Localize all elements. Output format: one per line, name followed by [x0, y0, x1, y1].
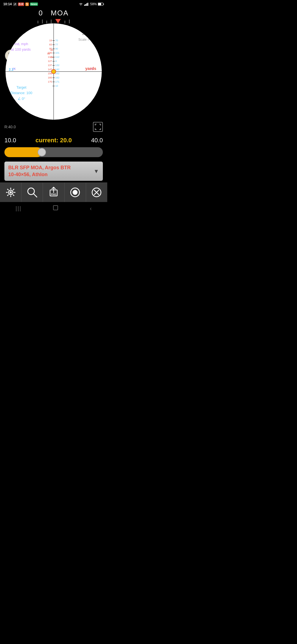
tick-6: [69, 20, 70, 23]
slider-thumb[interactable]: [38, 148, 46, 156]
record-icon: [69, 187, 81, 198]
svg-rect-27: [53, 206, 58, 210]
moa-unit: MOA: [51, 9, 68, 17]
status-left: 10:14 ↗ B·R S News: [3, 2, 38, 6]
png-icon: PNG: [48, 187, 59, 198]
below-scope: R:40.0: [0, 120, 107, 135]
mag-current: current: 20.0: [35, 137, 72, 144]
fullscreen-button[interactable]: [93, 122, 103, 132]
r-value: R:40.0: [4, 125, 16, 129]
scope-magnification: 20.0x Scale = 2.00: [78, 29, 97, 42]
notif-icon-arrow: ↗: [13, 2, 17, 6]
fullscreen-icon: [95, 124, 101, 130]
dropdown-arrow-icon: ▼: [94, 168, 99, 174]
slider-fill: [4, 147, 42, 157]
close-icon: [91, 187, 102, 198]
reticle-dot: [51, 69, 56, 74]
wind-label: Wind, mph at 100 yards: [11, 41, 31, 52]
signal-icon: [84, 2, 89, 6]
svg-text:PNG: PNG: [51, 193, 56, 196]
nav-back[interactable]: ‹: [90, 205, 92, 212]
scope-wrapper: 926 3.2 20.0x Scale = 2.00 Wind, mph at …: [0, 23, 107, 120]
search-button[interactable]: [21, 183, 43, 202]
status-time: 10:14: [3, 2, 12, 6]
moa-value: 0: [38, 9, 43, 17]
yards-label: yards: [85, 66, 96, 71]
scale-value: Scale = 2.00: [78, 37, 97, 42]
svg-rect-0: [84, 5, 85, 6]
tick-2: [42, 20, 43, 23]
mag-value: 20.0x: [78, 29, 97, 37]
nav-bar: ||| ‹: [0, 202, 107, 216]
target-info: Target Distance: 100 ∠ 0°: [10, 85, 32, 102]
svg-rect-5: [98, 3, 101, 5]
svg-point-8: [10, 191, 12, 193]
reticle-name: BLR SFP MOA, Argos BTR 10-40×56, Athlon: [8, 164, 71, 178]
svg-line-18: [34, 194, 37, 197]
ruler-row: [0, 17, 107, 23]
ruler-arrow: [55, 19, 61, 23]
toolbar: PNG: [0, 182, 107, 202]
nav-menu[interactable]: |||: [16, 205, 22, 212]
status-right: 58%: [79, 2, 104, 6]
battery-level: 58%: [90, 2, 97, 6]
nav-home[interactable]: [53, 205, 59, 212]
status-bar: 10:14 ↗ B·R S News 58%: [0, 0, 107, 8]
mag-max: 40.0: [91, 137, 103, 144]
settings-button[interactable]: [0, 183, 21, 202]
svg-rect-3: [87, 3, 88, 6]
tick-4: [51, 20, 51, 23]
slider-track[interactable]: [4, 147, 103, 157]
tick-3: [46, 21, 47, 23]
svg-line-13: [7, 189, 9, 190]
svg-line-16: [7, 195, 9, 196]
slider-container: [0, 146, 107, 160]
tick-1: [38, 21, 38, 23]
reticle-selector[interactable]: BLR SFP MOA, Argos BTR 10-40×56, Athlon …: [4, 162, 103, 181]
mag-min: 10.0: [4, 137, 16, 144]
scope-circle[interactable]: 20.0x Scale = 2.00 Wind, mph at 100 yard…: [6, 23, 102, 120]
svg-rect-2: [86, 3, 87, 6]
mag-range: 10.0 current: 20.0 40.0: [0, 135, 107, 146]
tick-5: [65, 21, 65, 23]
svg-line-14: [13, 195, 14, 196]
moa-header: 0 MOA: [0, 8, 107, 17]
svg-line-15: [13, 189, 14, 190]
search-icon: [26, 187, 38, 198]
notif-icon-s: S: [25, 2, 29, 6]
battery-icon: [98, 2, 104, 6]
svg-point-23: [73, 190, 78, 195]
svg-rect-6: [103, 4, 104, 5]
notif-icon-br: B·R: [18, 2, 24, 6]
record-button[interactable]: [65, 183, 86, 202]
png-button[interactable]: PNG: [43, 183, 64, 202]
settings-icon: [5, 187, 16, 198]
svg-rect-1: [85, 4, 86, 6]
r-row: R:40.0: [4, 122, 103, 132]
close-button[interactable]: [86, 183, 107, 202]
wifi-icon: [79, 2, 83, 6]
notif-icon-news: News: [30, 2, 38, 6]
left-distance-marker: 2.1": [9, 68, 15, 72]
reticle-main-numbers: 19 70 83 77 95 90 106 101 117: [46, 39, 61, 88]
